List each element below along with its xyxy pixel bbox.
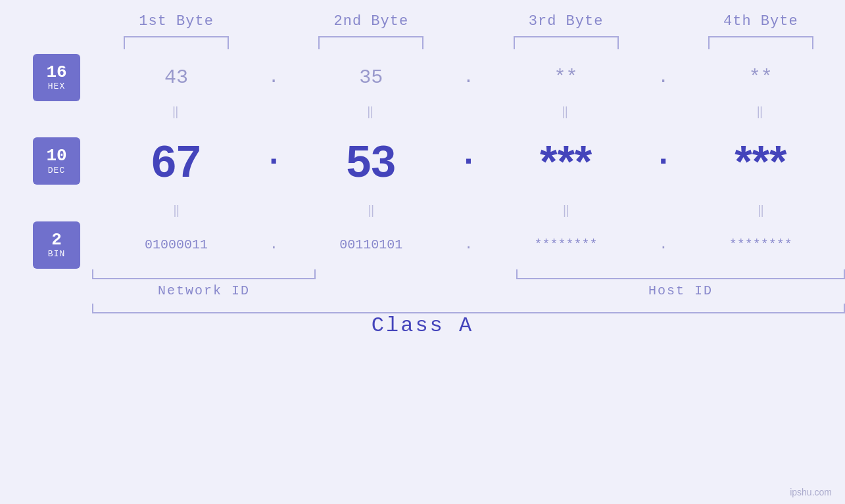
- hex-row: 16 HEX 43 . 35 . ** . **: [0, 56, 845, 99]
- bracket-top-2: [287, 36, 455, 49]
- outer-bracket: [92, 304, 845, 313]
- bin-b3: ********: [482, 237, 650, 252]
- main-container: 1st Byte 2nd Byte 3rd Byte 4th Byte 16: [0, 0, 845, 504]
- dec-b2: 53: [287, 135, 455, 187]
- byte-headers: 1st Byte 2nd Byte 3rd Byte 4th Byte: [0, 13, 845, 30]
- bin-b2: 00110101: [287, 237, 455, 252]
- eq1-b3: ‖: [482, 104, 650, 119]
- hex-b3: **: [482, 66, 650, 89]
- hex-b1: 43: [92, 66, 260, 89]
- rows-wrapper: 16 HEX 43 . 35 . ** . ** ‖ ‖ ‖ ‖ 10: [0, 56, 845, 338]
- watermark: ipshu.com: [790, 487, 832, 497]
- bin-b4: ********: [677, 237, 845, 252]
- equals-row-1: ‖ ‖ ‖ ‖: [0, 99, 845, 125]
- eq1-b4: ‖: [677, 104, 845, 119]
- badge-hex: 16 HEX: [33, 54, 80, 101]
- dec-b1: 67: [92, 135, 260, 187]
- eq2-b4: ‖: [677, 203, 845, 218]
- bin-b1: 01000011: [92, 237, 260, 252]
- header-byte2: 2nd Byte: [287, 13, 455, 30]
- host-id-label: Host ID: [516, 283, 845, 298]
- dot-bin-3: .: [650, 237, 677, 253]
- bottom-brackets: [0, 269, 845, 279]
- network-id-label: Network ID: [92, 283, 316, 298]
- bracket-top-1: [92, 36, 260, 49]
- bin-row: 2 BIN 01000011 . 00110101 . ******** . *…: [0, 223, 845, 266]
- badge-dec: 10 DEC: [33, 137, 80, 185]
- header-byte1: 1st Byte: [92, 13, 260, 30]
- header-byte4: 4th Byte: [677, 13, 845, 30]
- dec-row: 10 DEC 67 · 53 · *** · ***: [0, 125, 845, 197]
- dot-dec-1: ·: [260, 142, 287, 180]
- eq2-b2: ‖: [287, 203, 455, 218]
- bracket-top-4: [677, 36, 845, 49]
- header-byte3: 3rd Byte: [482, 13, 650, 30]
- dec-b3: ***: [482, 135, 650, 187]
- bracket-top-3: [482, 36, 650, 49]
- host-bracket: [516, 269, 845, 279]
- eq2-b1: ‖: [92, 203, 260, 218]
- equals-row-2: ‖ ‖ ‖ ‖: [0, 197, 845, 223]
- eq1-b1: ‖: [92, 104, 260, 119]
- dot-dec-3: ·: [650, 142, 677, 180]
- class-label: Class A: [0, 313, 845, 338]
- dot-bin-1: .: [260, 237, 287, 253]
- dot-bin-2: .: [456, 237, 482, 253]
- badge-bin: 2 BIN: [33, 221, 80, 269]
- dot-hex-2: .: [456, 67, 482, 87]
- network-bracket: [92, 269, 316, 279]
- hex-b2: 35: [287, 66, 455, 89]
- dot-hex-1: .: [260, 67, 287, 87]
- dec-b4: ***: [677, 135, 845, 187]
- eq1-b2: ‖: [287, 104, 455, 119]
- hex-b4: **: [677, 66, 845, 89]
- top-brackets: [0, 36, 845, 49]
- dot-dec-2: ·: [456, 142, 482, 180]
- dot-hex-3: .: [650, 67, 677, 87]
- labels-row: Network ID Host ID: [0, 283, 845, 298]
- eq2-b3: ‖: [482, 203, 650, 218]
